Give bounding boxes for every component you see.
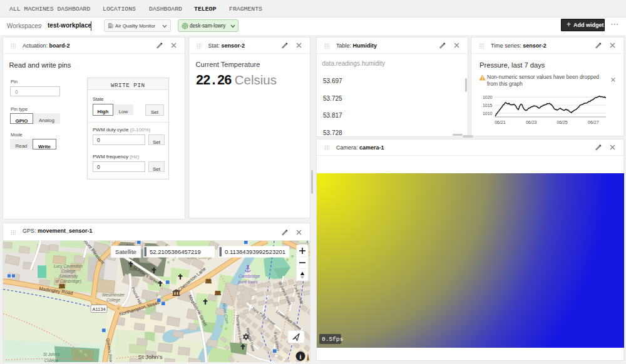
- svg-text:0.11384393992523201: 0.11384393992523201: [225, 248, 285, 255]
- svg-text:St John's: St John's: [43, 351, 60, 356]
- svg-text:of Cambridge): of Cambridge): [55, 278, 81, 283]
- svg-text:1015: 1015: [483, 103, 493, 108]
- svg-text:06/23: 06/23: [526, 120, 537, 124]
- svg-text:Satellite: Satellite: [115, 248, 136, 255]
- svg-text:1010: 1010: [483, 111, 493, 116]
- svg-text:St John's: St John's: [138, 353, 163, 360]
- svg-text:06/27: 06/27: [588, 120, 599, 124]
- svg-text:(University: (University: [59, 273, 78, 278]
- svg-text:52.2105386457219: 52.2105386457219: [150, 248, 201, 255]
- svg-text:College: College: [44, 358, 58, 362]
- svg-text:Cambridge: Cambridge: [239, 273, 260, 278]
- svg-text:1020: 1020: [483, 95, 493, 99]
- svg-text:06/21: 06/21: [495, 120, 506, 124]
- svg-text:06/25: 06/25: [557, 120, 568, 124]
- svg-text:punt tours: punt tours: [237, 279, 258, 284]
- svg-text:A1134: A1134: [92, 306, 105, 311]
- svg-text:College: College: [61, 268, 75, 273]
- svg-text:Lucy Cavendish: Lucy Cavendish: [54, 263, 83, 268]
- svg-text:Westminster: Westminster: [102, 292, 125, 296]
- svg-text:i: i: [300, 353, 302, 360]
- svg-text:College: College: [106, 297, 120, 302]
